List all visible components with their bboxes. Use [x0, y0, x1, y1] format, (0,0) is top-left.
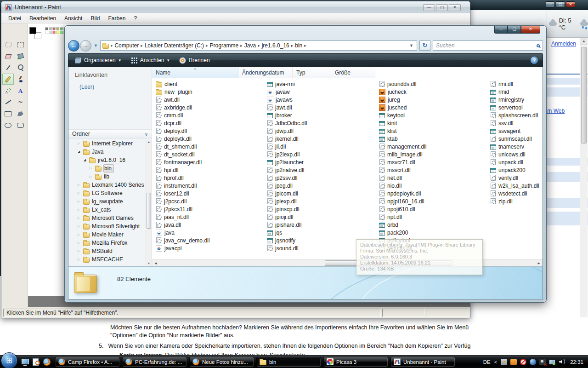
- file-item[interactable]: nio.dll: [379, 182, 488, 190]
- folders-band[interactable]: Ordner ∨: [68, 129, 152, 138]
- file-item[interactable]: dcpr.dll: [156, 119, 265, 127]
- file-item[interactable]: servertool: [490, 104, 543, 111]
- paint-menu-item[interactable]: Ansicht: [60, 14, 86, 23]
- signin-link[interactable]: Anmelden: [551, 40, 576, 47]
- task-button[interactable]: Picasa 3: [323, 357, 388, 367]
- refresh-button[interactable]: ↻: [419, 40, 430, 51]
- paint-tool-eraser[interactable]: [2, 51, 14, 62]
- explorer-minimize-button[interactable]: —: [494, 26, 508, 34]
- file-item[interactable]: tnameserv: [490, 143, 543, 150]
- column-header[interactable]: Typ: [293, 67, 331, 78]
- file-item[interactable]: management.dll: [379, 143, 488, 150]
- tree-expanded-icon[interactable]: ◢: [76, 150, 81, 154]
- file-item[interactable]: jpiexp.dll: [267, 197, 376, 205]
- tree-item[interactable]: ▷Microsoft Games: [68, 214, 152, 222]
- file-item[interactable]: new_plugin: [156, 88, 265, 96]
- tree-collapsed-icon[interactable]: ▷: [76, 208, 81, 212]
- file-item[interactable]: w2k_lsa_auth.dll: [490, 182, 543, 190]
- file-item[interactable]: keytool: [379, 111, 488, 119]
- file-item[interactable]: javacpl: [156, 244, 265, 252]
- scroll-up-icon[interactable]: ▲: [146, 140, 152, 144]
- file-item[interactable]: j2pcsc.dll: [156, 197, 265, 205]
- file-item[interactable]: dt_socket.dll: [156, 150, 265, 158]
- burn-button[interactable]: Brennen: [175, 55, 213, 66]
- paint-tool-curve[interactable]: [15, 97, 26, 108]
- breadcrumb-item[interactable]: jre1.6.0_16: [260, 42, 291, 49]
- file-item[interactable]: javaws: [267, 96, 376, 104]
- file-item[interactable]: sunmscapi.dll: [490, 135, 543, 143]
- file-item[interactable]: JdbcOdbc.dll: [267, 119, 376, 127]
- explorer-maximize-button[interactable]: ▢: [508, 26, 521, 34]
- palette-swatch[interactable]: [45, 31, 48, 34]
- scroll-up-icon[interactable]: ▲: [580, 38, 588, 45]
- scroll-left-icon[interactable]: ◄: [152, 261, 159, 265]
- file-item[interactable]: axbridge.dll: [156, 104, 265, 111]
- paint-menu-item[interactable]: Bearbeiten: [25, 14, 60, 23]
- network-tray-icon[interactable]: [549, 359, 555, 365]
- tray-expand-icon[interactable]: <: [494, 359, 497, 365]
- volume-tray-icon[interactable]: [559, 359, 565, 365]
- views-button[interactable]: Ansichten ▼: [127, 55, 174, 65]
- file-item[interactable]: npoji610.dll: [379, 205, 488, 213]
- address-bar[interactable]: ▸Computer▸Lokaler Datenträger (C:)▸Progr…: [100, 40, 417, 51]
- file-item[interactable]: rmi.dll: [490, 80, 543, 88]
- file-item[interactable]: awt.dll: [156, 96, 265, 104]
- paint-tool-brush[interactable]: [15, 74, 26, 85]
- task-button[interactable]: Unbenannt - Paint: [390, 357, 455, 367]
- file-item[interactable]: javaw: [267, 88, 376, 96]
- tree-scrollbar[interactable]: ▲ ▼: [146, 140, 152, 265]
- tree-item[interactable]: ◢Java: [68, 148, 152, 156]
- palette-swatch[interactable]: [49, 31, 52, 34]
- scrollbar-thumb[interactable]: [147, 193, 151, 229]
- file-item[interactable]: jp2ssv.dll: [267, 174, 376, 182]
- file-item[interactable]: hpi.dll: [156, 166, 265, 174]
- file-item[interactable]: ktab: [379, 135, 488, 143]
- file-item[interactable]: msvcrt.dll: [379, 166, 488, 174]
- tree-item[interactable]: ▷bin: [68, 164, 152, 172]
- paint-tool-airbrush[interactable]: [2, 85, 14, 96]
- file-item[interactable]: cmm.dll: [156, 111, 265, 119]
- start-button[interactable]: ⊞: [1, 352, 17, 368]
- background-maximize-button[interactable]: ▢: [556, 1, 565, 7]
- search-input[interactable]: [436, 42, 535, 49]
- file-item[interactable]: jbroker: [267, 111, 376, 119]
- tree-item[interactable]: ▷Lx_cats: [68, 206, 152, 214]
- file-item[interactable]: jpeg.dll: [267, 182, 376, 190]
- blocked-tray-icon[interactable]: [520, 359, 526, 365]
- file-item[interactable]: msvcr71.dll: [379, 158, 488, 166]
- paint-tool-picker[interactable]: [2, 62, 14, 73]
- breadcrumb-item[interactable]: Computer: [113, 42, 141, 49]
- tree-item[interactable]: ◢jre1.6.0_16: [68, 156, 152, 164]
- file-item[interactable]: jpishare.dll: [267, 221, 376, 229]
- language-indicator[interactable]: DE: [483, 359, 491, 365]
- task-button[interactable]: PC-Erfahrung.de: ...: [122, 357, 187, 367]
- help-icon[interactable]: ?: [531, 57, 538, 64]
- file-item[interactable]: java-rmi: [267, 80, 376, 88]
- file-item[interactable]: jpicom.dll: [267, 190, 376, 197]
- column-header[interactable]: Änderungsdatum: [238, 67, 293, 78]
- file-item[interactable]: rmid: [490, 88, 543, 96]
- history-dropdown-icon[interactable]: ▼: [94, 43, 98, 48]
- task-button[interactable]: Camp Firefox • A...: [55, 357, 120, 367]
- palette-swatch[interactable]: [49, 27, 52, 30]
- tree-collapsed-icon[interactable]: ▷: [88, 167, 93, 170]
- paint-tool-magnifier[interactable]: [15, 62, 26, 73]
- file-item[interactable]: npjpi160_16.dll: [379, 197, 488, 205]
- updater-tray-icon[interactable]: [510, 359, 517, 365]
- back-button[interactable]: ←: [68, 40, 79, 52]
- file-item[interactable]: jp2native.dll: [267, 166, 376, 174]
- power-tray-icon[interactable]: [539, 359, 546, 365]
- file-item[interactable]: j2pkcs11.dll: [156, 205, 265, 213]
- show-desktop-icon[interactable]: [21, 358, 29, 366]
- explorer-close-button[interactable]: ✕: [521, 26, 540, 34]
- paint-tool-rect[interactable]: [2, 108, 14, 119]
- background-close-button[interactable]: ✕: [566, 1, 575, 7]
- tree-collapsed-icon[interactable]: ▷: [76, 183, 81, 187]
- paint-tool-pencil[interactable]: [2, 74, 14, 85]
- paint-menu-item[interactable]: Bild: [86, 14, 104, 23]
- file-item[interactable]: unpack.dll: [490, 158, 543, 166]
- file-item[interactable]: fontmanager.dll: [156, 158, 265, 166]
- file-item[interactable]: jpinscp.dll: [267, 205, 376, 213]
- column-header[interactable]: Name▲: [152, 67, 238, 78]
- paint-menu-item[interactable]: Datei: [4, 14, 25, 23]
